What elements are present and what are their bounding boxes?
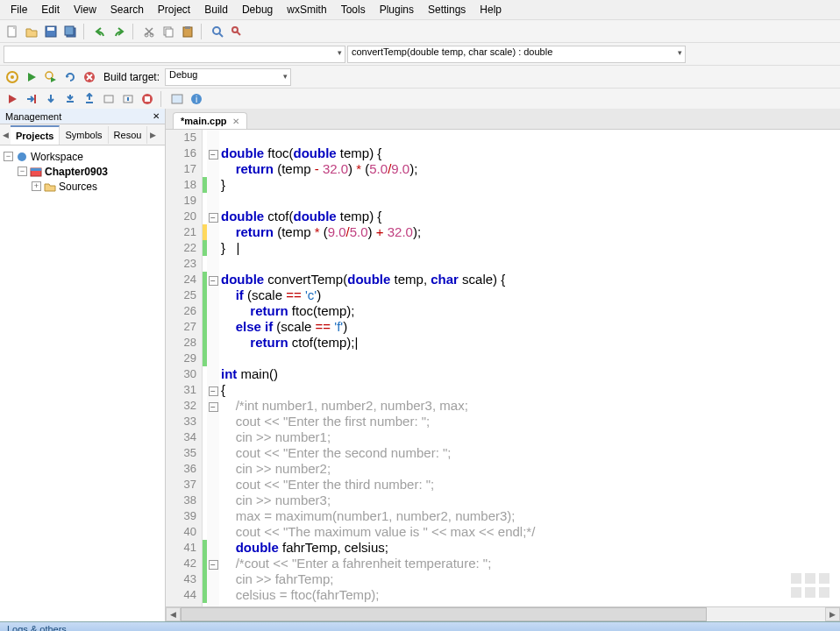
find-replace-icon[interactable] [228, 23, 246, 40]
find-icon[interactable] [209, 23, 226, 40]
build-run-icon[interactable] [42, 68, 60, 86]
menu-tools[interactable]: Tools [334, 1, 373, 18]
tab-scroll-right-icon[interactable]: ▶ [147, 131, 158, 139]
build-icon[interactable] [4, 68, 21, 86]
svg-rect-34 [805, 573, 815, 584]
menu-debug[interactable]: Debug [235, 1, 280, 18]
function-dropdown[interactable]: convertTemp(double temp, char scale) : d… [347, 46, 686, 63]
svg-rect-27 [172, 95, 182, 103]
tree-project[interactable]: − Chapter0903 [4, 164, 161, 179]
build-target-label: Build target: [103, 71, 160, 83]
tree-folder[interactable]: + Sources [4, 179, 161, 194]
management-tabs: ◀ Projects Symbols Resou ▶ [0, 124, 165, 145]
menu-project[interactable]: Project [151, 1, 197, 18]
step-out-icon[interactable] [81, 90, 98, 108]
rebuild-icon[interactable] [61, 68, 79, 86]
svg-rect-9 [166, 29, 173, 37]
abort-icon[interactable] [81, 68, 98, 86]
scroll-left-icon[interactable]: ◀ [166, 607, 181, 621]
editor-area: *main.cpp ✕ 1516171819202122232425262728… [166, 109, 840, 621]
step-into-instr-icon[interactable] [119, 90, 137, 108]
code-editor[interactable]: 1516171819202122232425262728293031323334… [166, 130, 840, 606]
svg-line-15 [237, 32, 240, 35]
svg-text:i: i [196, 95, 197, 104]
workspace-icon [16, 151, 28, 163]
svg-rect-5 [65, 26, 74, 35]
menu-help[interactable]: Help [473, 1, 509, 18]
scroll-track[interactable] [181, 607, 825, 621]
save-icon[interactable] [42, 23, 60, 40]
menu-view[interactable]: View [67, 1, 103, 18]
svg-rect-32 [31, 168, 41, 171]
build-target-select[interactable]: Debug [165, 68, 291, 86]
svg-rect-11 [185, 26, 190, 29]
tree-toggle-icon[interactable]: − [4, 152, 13, 161]
next-line-icon[interactable] [42, 90, 60, 108]
step-into-icon[interactable] [61, 90, 79, 108]
menu-search[interactable]: Search [103, 1, 151, 18]
run-to-cursor-icon[interactable] [23, 90, 40, 108]
scroll-thumb[interactable] [181, 607, 707, 621]
code-content[interactable]: double ftoc(double temp) { return (temp … [219, 130, 840, 606]
project-tree[interactable]: − Workspace − Chapter0903 + Sources [0, 145, 165, 621]
separator [83, 24, 87, 39]
debug-start-icon[interactable] [4, 90, 21, 108]
svg-point-17 [11, 75, 14, 79]
management-close-icon[interactable]: ✕ [153, 111, 160, 121]
editor-tab-title: *main.cpp [181, 116, 227, 126]
svg-rect-38 [819, 587, 829, 598]
menu-edit[interactable]: Edit [34, 1, 67, 18]
debug-windows-icon[interactable] [168, 90, 186, 108]
svg-line-13 [219, 33, 223, 37]
project-icon [30, 166, 42, 178]
logs-bar[interactable]: Logs & others [0, 621, 840, 631]
debug-stop-icon[interactable] [139, 90, 156, 108]
svg-rect-33 [791, 573, 801, 584]
main-area: Management ✕ ◀ Projects Symbols Resou ▶ … [0, 109, 840, 621]
scope-dropdown[interactable] [4, 46, 345, 63]
tab-resources[interactable]: Resou [109, 126, 148, 144]
management-title: Management [5, 111, 61, 122]
tree-toggle-icon[interactable]: + [32, 181, 41, 191]
redo-icon[interactable] [110, 23, 128, 40]
management-title-bar: Management ✕ [0, 109, 165, 124]
svg-rect-23 [104, 96, 113, 103]
tab-projects[interactable]: Projects [11, 125, 60, 145]
run-icon[interactable] [23, 68, 40, 86]
tree-toggle-icon[interactable]: − [18, 167, 27, 176]
toolbar-build: Build target: Debug [0, 65, 840, 88]
tab-scroll-left-icon[interactable]: ◀ [0, 131, 11, 139]
tree-workspace[interactable]: − Workspace [4, 149, 161, 164]
next-instr-icon[interactable] [100, 90, 117, 108]
toolbar-functions: convertTemp(double temp, char scale) : d… [0, 42, 840, 65]
fold-gutter[interactable]: −−−−−− [207, 130, 219, 606]
undo-icon[interactable] [91, 23, 109, 40]
tab-symbols[interactable]: Symbols [60, 126, 108, 144]
scroll-right-icon[interactable]: ▶ [825, 607, 840, 621]
line-number-gutter: 1516171819202122232425262728293031323334… [166, 130, 203, 606]
svg-point-30 [18, 152, 26, 161]
copy-icon[interactable] [160, 23, 177, 40]
menu-settings[interactable]: Settings [421, 1, 473, 18]
save-all-icon[interactable] [61, 23, 79, 40]
menu-plugins[interactable]: Plugins [373, 1, 421, 18]
tree-label: Sources [59, 181, 97, 193]
paste-icon[interactable] [179, 23, 196, 40]
menu-build[interactable]: Build [197, 1, 235, 18]
open-file-icon[interactable] [23, 23, 40, 40]
menu-file[interactable]: File [4, 1, 34, 18]
editor-tab-close-icon[interactable]: ✕ [232, 117, 239, 126]
cut-icon[interactable] [140, 23, 158, 40]
info-icon[interactable]: i [188, 90, 205, 108]
new-file-icon[interactable] [4, 23, 21, 40]
horizontal-scrollbar[interactable]: ◀ ▶ [166, 606, 840, 621]
separator [160, 91, 164, 107]
menu-wxsmith[interactable]: wxSmith [280, 1, 333, 18]
svg-rect-36 [791, 587, 801, 598]
editor-tab-main[interactable]: *main.cpp ✕ [173, 112, 247, 129]
toolbar-debug: i [0, 88, 840, 109]
separator [132, 24, 136, 39]
svg-rect-3 [47, 27, 54, 31]
toolbar-main [0, 19, 840, 42]
svg-point-12 [213, 27, 220, 34]
